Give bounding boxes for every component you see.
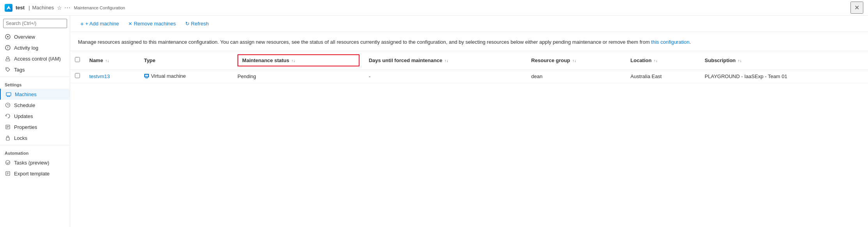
sidebar-divider-2 — [0, 145, 70, 145]
col-name[interactable]: Name ↑↓ — [85, 51, 139, 70]
title-bar: test | Machines ☆ ··· Maintenance Config… — [0, 0, 868, 16]
sidebar-item-tasks-preview[interactable]: Tasks (preview) — [0, 157, 70, 168]
sidebar-divider-1 — [0, 77, 70, 77]
vm-name-link[interactable]: testvm13 — [89, 73, 110, 79]
title-separator: | — [28, 5, 30, 11]
description-link[interactable]: this configuration — [651, 39, 689, 45]
refresh-icon: ↻ — [185, 21, 190, 27]
description-part1: Manage resources assigned to this mainte… — [78, 39, 651, 45]
col-maintenance-status-label: Maintenance status — [242, 57, 289, 63]
col-maintenance-status[interactable]: Maintenance status ↑↓ — [233, 51, 364, 70]
select-all-cell — [70, 51, 85, 70]
col-location-label: Location — [631, 57, 652, 63]
close-button[interactable]: ✕ — [850, 2, 863, 14]
locks-icon — [5, 135, 11, 141]
sidebar-item-overview-label: Overview — [14, 34, 35, 40]
col-days-forced[interactable]: Days until forced maintenance ↑↓ — [364, 51, 527, 70]
more-options-icon[interactable]: ··· — [64, 4, 71, 11]
row-checkbox[interactable] — [75, 73, 80, 78]
app-name: test — [16, 5, 25, 11]
refresh-button[interactable]: ↻ Refresh — [181, 19, 213, 28]
sidebar-item-access-control-label: Access control (IAM) — [14, 56, 61, 62]
col-days-forced-sort-icon: ↑↓ — [445, 59, 448, 63]
description-text: Manage resources assigned to this mainte… — [70, 32, 868, 51]
sidebar-item-export-template-label: Export template — [14, 171, 50, 177]
row-location-cell: Australia East — [626, 70, 700, 83]
row-subscription-cell: PLAYGROUND - IaaSExp - Team 01 — [700, 70, 868, 83]
col-location[interactable]: Location ↑↓ — [626, 51, 700, 70]
automation-section-label: Automation — [0, 147, 70, 157]
sidebar-item-activity-log-label: Activity log — [14, 45, 38, 51]
sidebar-item-locks-label: Locks — [14, 135, 27, 141]
select-all-checkbox[interactable] — [75, 57, 80, 62]
sidebar-item-overview[interactable]: Overview — [0, 31, 70, 42]
schedule-icon — [5, 102, 11, 108]
favorite-icon[interactable]: ☆ — [57, 5, 62, 11]
col-subscription-sort-icon: ↑↓ — [738, 59, 742, 63]
col-name-sort-icon: ↑↓ — [105, 59, 109, 63]
tags-icon — [5, 66, 11, 73]
table-header-row: Name ↑↓ Type Maintenance status ↑↓ — [70, 51, 868, 70]
properties-icon — [5, 124, 11, 130]
svg-point-4 — [7, 48, 8, 49]
main-layout: « Overview Activity log Access contr — [0, 16, 868, 227]
add-machine-label: + Add machine — [85, 21, 119, 27]
resource-subtitle: Maintenance Configuration — [74, 5, 125, 10]
toolbar: + + Add machine ✕ Remove machines ↻ Refr… — [70, 16, 868, 32]
activity-log-icon — [5, 45, 11, 51]
row-resource-group-cell: dean — [526, 70, 625, 83]
sidebar-item-properties-label: Properties — [14, 124, 37, 130]
row-maintenance-status-cell: Pending — [233, 70, 364, 83]
sidebar-item-export-template[interactable]: Export template — [0, 168, 70, 179]
col-days-forced-label: Days until forced maintenance — [369, 57, 443, 63]
add-machine-button[interactable]: + + Add machine — [76, 19, 123, 29]
table-body: testvm13 Virtu — [70, 70, 868, 83]
sidebar-item-machines[interactable]: Machines — [0, 89, 70, 100]
sidebar-item-tags-label: Tags — [14, 67, 25, 73]
col-type[interactable]: Type — [139, 51, 233, 70]
description-part2: . — [689, 39, 691, 45]
sidebar-item-tags[interactable]: Tags — [0, 64, 70, 75]
machines-table-container: Name ↑↓ Type Maintenance status ↑↓ — [70, 51, 868, 227]
sidebar-item-properties[interactable]: Properties — [0, 122, 70, 132]
machines-icon — [5, 91, 12, 97]
overview-icon — [5, 34, 11, 40]
sidebar-item-machines-label: Machines — [15, 91, 37, 97]
updates-icon — [5, 113, 11, 119]
sidebar-item-access-control[interactable]: Access control (IAM) — [0, 53, 70, 64]
iam-icon — [5, 55, 11, 62]
sidebar-search-container: « — [0, 16, 70, 30]
sidebar: « Overview Activity log Access contr — [0, 16, 70, 227]
location-value: Australia East — [631, 73, 662, 79]
resource-name: Machines — [32, 5, 54, 11]
remove-machines-label: Remove machines — [134, 21, 176, 27]
search-input[interactable] — [3, 19, 67, 28]
col-subscription-label: Subscription — [705, 57, 735, 63]
col-subscription[interactable]: Subscription ↑↓ — [700, 51, 868, 70]
sidebar-nav: Overview Activity log Access control (IA… — [0, 30, 70, 227]
table-header: Name ↑↓ Type Maintenance status ↑↓ — [70, 51, 868, 70]
sidebar-item-locks[interactable]: Locks — [0, 132, 70, 143]
svg-point-6 — [7, 57, 9, 59]
tasks-icon — [5, 159, 11, 166]
svg-point-18 — [6, 161, 10, 165]
settings-section-label: Settings — [0, 79, 70, 89]
svg-rect-5 — [6, 59, 10, 61]
sidebar-item-tasks-label: Tasks (preview) — [14, 160, 49, 166]
machines-table: Name ↑↓ Type Maintenance status ↑↓ — [70, 51, 868, 84]
row-checkbox-cell — [70, 70, 85, 83]
col-resource-group[interactable]: Resource group ↑↓ — [526, 51, 625, 70]
sidebar-item-updates[interactable]: Updates — [0, 111, 70, 122]
maintenance-status-header-box: Maintenance status ↑↓ — [237, 54, 360, 66]
svg-line-19 — [7, 163, 8, 164]
days-forced-value: - — [369, 73, 370, 79]
maintenance-status-value: Pending — [237, 73, 256, 79]
sidebar-item-activity-log[interactable]: Activity log — [0, 42, 70, 53]
sidebar-item-updates-label: Updates — [14, 113, 33, 119]
remove-machines-button[interactable]: ✕ Remove machines — [124, 19, 180, 28]
sidebar-item-schedule[interactable]: Schedule — [0, 100, 70, 111]
azure-logo — [5, 4, 12, 12]
main-content: + + Add machine ✕ Remove machines ↻ Refr… — [70, 16, 868, 227]
table-row: testvm13 Virtu — [70, 70, 868, 83]
col-resource-group-sort-icon: ↑↓ — [572, 59, 576, 63]
